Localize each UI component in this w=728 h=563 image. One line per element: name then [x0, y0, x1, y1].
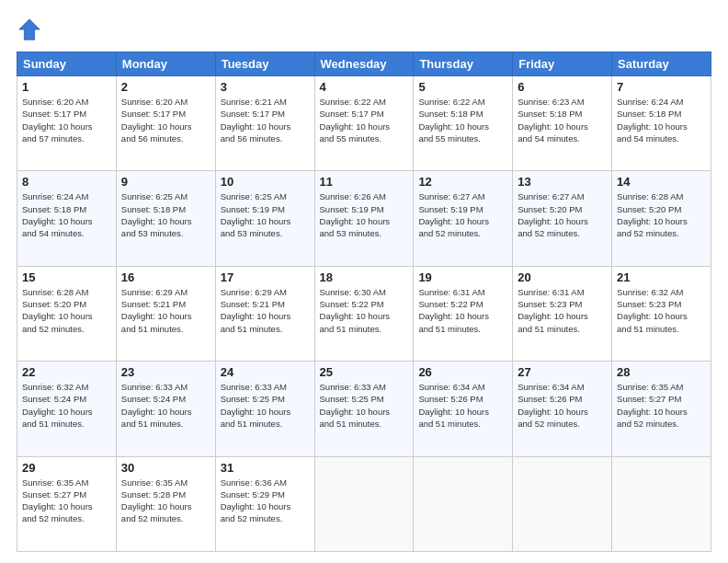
day-cell-23: 23Sunrise: 6:33 AM Sunset: 5:24 PM Dayli… [116, 362, 215, 456]
day-cell-5: 5Sunrise: 6:22 AM Sunset: 5:18 PM Daylig… [414, 76, 513, 171]
day-cell-15: 15Sunrise: 6:28 AM Sunset: 5:20 PM Dayli… [17, 266, 117, 361]
page: SundayMondayTuesdayWednesdayThursdayFrid… [0, 0, 728, 563]
day-info: Sunrise: 6:22 AM Sunset: 5:17 PM Dayligh… [320, 96, 409, 144]
day-number: 10 [221, 175, 310, 189]
week-row-1: 1Sunrise: 6:20 AM Sunset: 5:17 PM Daylig… [17, 76, 711, 171]
day-cell-11: 11Sunrise: 6:26 AM Sunset: 5:19 PM Dayli… [314, 171, 414, 266]
day-cell-20: 20Sunrise: 6:31 AM Sunset: 5:23 PM Dayli… [513, 266, 612, 361]
weekday-header-friday: Friday [513, 52, 612, 76]
empty-cell [314, 456, 414, 551]
day-cell-4: 4Sunrise: 6:22 AM Sunset: 5:17 PM Daylig… [314, 76, 414, 171]
day-number: 19 [418, 270, 507, 284]
weekday-header-saturday: Saturday [612, 52, 711, 76]
day-number: 22 [22, 365, 111, 379]
day-number: 28 [617, 365, 706, 379]
day-number: 4 [320, 80, 409, 94]
week-row-4: 22Sunrise: 6:32 AM Sunset: 5:24 PM Dayli… [17, 362, 711, 456]
weekday-header-thursday: Thursday [414, 52, 513, 76]
day-number: 29 [22, 461, 111, 475]
calendar: SundayMondayTuesdayWednesdayThursdayFrid… [17, 52, 711, 552]
day-info: Sunrise: 6:22 AM Sunset: 5:18 PM Dayligh… [418, 96, 507, 144]
week-row-3: 15Sunrise: 6:28 AM Sunset: 5:20 PM Dayli… [17, 266, 711, 361]
day-number: 23 [121, 365, 210, 379]
day-info: Sunrise: 6:31 AM Sunset: 5:23 PM Dayligh… [518, 286, 607, 335]
day-cell-29: 29Sunrise: 6:35 AM Sunset: 5:27 PM Dayli… [17, 456, 117, 551]
day-number: 14 [617, 175, 706, 189]
day-cell-31: 31Sunrise: 6:36 AM Sunset: 5:29 PM Dayli… [215, 456, 314, 551]
day-number: 5 [418, 80, 507, 94]
empty-cell [414, 456, 513, 551]
day-info: Sunrise: 6:26 AM Sunset: 5:19 PM Dayligh… [320, 190, 409, 239]
day-info: Sunrise: 6:34 AM Sunset: 5:26 PM Dayligh… [418, 381, 507, 430]
day-info: Sunrise: 6:33 AM Sunset: 5:25 PM Dayligh… [221, 381, 310, 430]
weekday-header-sunday: Sunday [17, 52, 117, 76]
day-number: 3 [221, 80, 310, 94]
day-info: Sunrise: 6:31 AM Sunset: 5:22 PM Dayligh… [418, 286, 507, 335]
day-number: 21 [617, 270, 706, 284]
day-info: Sunrise: 6:28 AM Sunset: 5:20 PM Dayligh… [617, 190, 706, 239]
day-cell-30: 30Sunrise: 6:35 AM Sunset: 5:28 PM Dayli… [116, 456, 215, 551]
day-info: Sunrise: 6:27 AM Sunset: 5:20 PM Dayligh… [518, 190, 607, 239]
day-info: Sunrise: 6:35 AM Sunset: 5:27 PM Dayligh… [22, 477, 111, 525]
day-cell-18: 18Sunrise: 6:30 AM Sunset: 5:22 PM Dayli… [314, 266, 414, 361]
day-cell-10: 10Sunrise: 6:25 AM Sunset: 5:19 PM Dayli… [215, 171, 314, 266]
day-number: 12 [418, 175, 507, 189]
day-cell-6: 6Sunrise: 6:23 AM Sunset: 5:18 PM Daylig… [513, 76, 612, 171]
day-number: 16 [121, 270, 210, 284]
day-cell-2: 2Sunrise: 6:20 AM Sunset: 5:17 PM Daylig… [116, 76, 215, 171]
empty-cell [612, 456, 711, 551]
day-number: 30 [121, 461, 210, 475]
day-cell-9: 9Sunrise: 6:25 AM Sunset: 5:18 PM Daylig… [116, 171, 215, 266]
day-number: 9 [121, 175, 210, 189]
day-cell-13: 13Sunrise: 6:27 AM Sunset: 5:20 PM Dayli… [513, 171, 612, 266]
day-number: 2 [121, 80, 210, 94]
day-cell-3: 3Sunrise: 6:21 AM Sunset: 5:17 PM Daylig… [215, 76, 314, 171]
day-number: 1 [22, 80, 111, 94]
day-number: 31 [221, 461, 310, 475]
day-cell-12: 12Sunrise: 6:27 AM Sunset: 5:19 PM Dayli… [414, 171, 513, 266]
day-number: 11 [320, 175, 409, 189]
day-info: Sunrise: 6:24 AM Sunset: 5:18 PM Dayligh… [617, 96, 706, 144]
day-cell-21: 21Sunrise: 6:32 AM Sunset: 5:23 PM Dayli… [612, 266, 711, 361]
day-number: 17 [221, 270, 310, 284]
day-cell-22: 22Sunrise: 6:32 AM Sunset: 5:24 PM Dayli… [17, 362, 117, 456]
day-number: 25 [320, 365, 409, 379]
day-info: Sunrise: 6:29 AM Sunset: 5:21 PM Dayligh… [121, 286, 210, 335]
day-cell-27: 27Sunrise: 6:34 AM Sunset: 5:26 PM Dayli… [513, 362, 612, 456]
day-number: 26 [418, 365, 507, 379]
day-info: Sunrise: 6:32 AM Sunset: 5:23 PM Dayligh… [617, 286, 706, 335]
day-number: 13 [518, 175, 607, 189]
day-cell-17: 17Sunrise: 6:29 AM Sunset: 5:21 PM Dayli… [215, 266, 314, 361]
day-info: Sunrise: 6:33 AM Sunset: 5:25 PM Dayligh… [320, 381, 409, 430]
day-number: 7 [617, 80, 706, 94]
day-cell-16: 16Sunrise: 6:29 AM Sunset: 5:21 PM Dayli… [116, 266, 215, 361]
day-info: Sunrise: 6:27 AM Sunset: 5:19 PM Dayligh… [418, 190, 507, 239]
day-number: 27 [518, 365, 607, 379]
logo [17, 17, 46, 42]
day-info: Sunrise: 6:32 AM Sunset: 5:24 PM Dayligh… [22, 381, 111, 430]
day-info: Sunrise: 6:33 AM Sunset: 5:24 PM Dayligh… [121, 381, 210, 430]
day-cell-26: 26Sunrise: 6:34 AM Sunset: 5:26 PM Dayli… [414, 362, 513, 456]
week-row-5: 29Sunrise: 6:35 AM Sunset: 5:27 PM Dayli… [17, 456, 711, 551]
day-info: Sunrise: 6:24 AM Sunset: 5:18 PM Dayligh… [22, 190, 111, 239]
day-cell-1: 1Sunrise: 6:20 AM Sunset: 5:17 PM Daylig… [17, 76, 117, 171]
day-cell-7: 7Sunrise: 6:24 AM Sunset: 5:18 PM Daylig… [612, 76, 711, 171]
day-number: 18 [320, 270, 409, 284]
empty-cell [513, 456, 612, 551]
day-number: 20 [518, 270, 607, 284]
weekday-header-row: SundayMondayTuesdayWednesdayThursdayFrid… [17, 52, 711, 76]
weekday-header-tuesday: Tuesday [215, 52, 314, 76]
day-cell-25: 25Sunrise: 6:33 AM Sunset: 5:25 PM Dayli… [314, 362, 414, 456]
day-info: Sunrise: 6:20 AM Sunset: 5:17 PM Dayligh… [22, 96, 111, 144]
day-info: Sunrise: 6:34 AM Sunset: 5:26 PM Dayligh… [518, 381, 607, 430]
logo-icon [17, 17, 42, 42]
day-info: Sunrise: 6:23 AM Sunset: 5:18 PM Dayligh… [518, 96, 607, 144]
day-info: Sunrise: 6:35 AM Sunset: 5:28 PM Dayligh… [121, 477, 210, 525]
day-cell-19: 19Sunrise: 6:31 AM Sunset: 5:22 PM Dayli… [414, 266, 513, 361]
day-info: Sunrise: 6:25 AM Sunset: 5:19 PM Dayligh… [221, 190, 310, 239]
day-cell-28: 28Sunrise: 6:35 AM Sunset: 5:27 PM Dayli… [612, 362, 711, 456]
day-info: Sunrise: 6:36 AM Sunset: 5:29 PM Dayligh… [221, 477, 310, 525]
day-info: Sunrise: 6:28 AM Sunset: 5:20 PM Dayligh… [22, 286, 111, 335]
day-info: Sunrise: 6:21 AM Sunset: 5:17 PM Dayligh… [221, 96, 310, 144]
day-info: Sunrise: 6:35 AM Sunset: 5:27 PM Dayligh… [617, 381, 706, 430]
